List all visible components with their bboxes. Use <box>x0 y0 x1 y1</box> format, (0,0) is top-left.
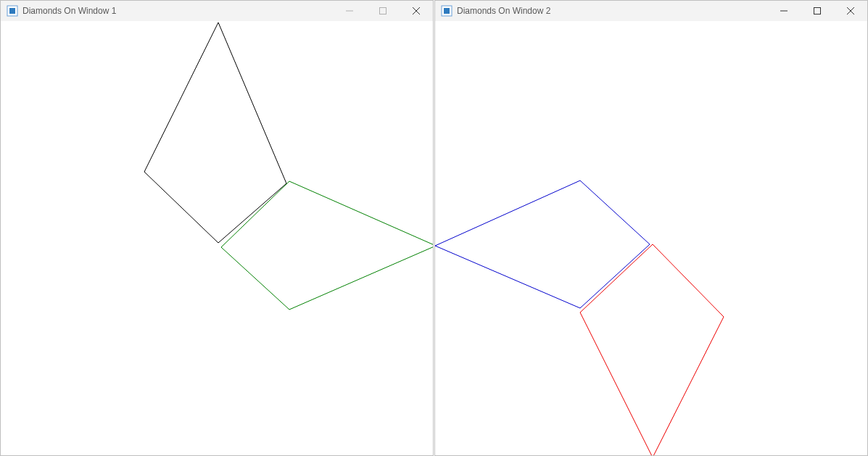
kite-green <box>221 181 433 310</box>
app-icon <box>441 5 452 17</box>
drawing-2 <box>435 21 867 455</box>
svg-rect-9 <box>814 8 821 14</box>
minimize-button-2[interactable] <box>767 1 801 21</box>
kite-red <box>580 244 724 455</box>
close-button-2[interactable] <box>834 1 867 21</box>
window-title-1: Diamonds On Window 1 <box>22 6 116 16</box>
titlebar-1[interactable]: Diamonds On Window 1 <box>1 1 433 21</box>
svg-rect-3 <box>380 8 387 14</box>
window-1: Diamonds On Window 1 <box>0 0 434 456</box>
app-icon <box>7 5 18 17</box>
kite-black <box>144 22 286 243</box>
svg-rect-1 <box>9 8 15 14</box>
svg-rect-7 <box>444 8 450 14</box>
drawing-1 <box>1 21 433 455</box>
kite-blue <box>435 181 650 308</box>
titlebar-2[interactable]: Diamonds On Window 2 <box>435 1 867 21</box>
minimize-button-1 <box>333 1 366 21</box>
window-title-2: Diamonds On Window 2 <box>457 6 550 16</box>
canvas-2 <box>435 21 867 455</box>
maximize-button-2[interactable] <box>801 1 834 21</box>
close-button-1[interactable] <box>400 1 433 21</box>
canvas-1 <box>1 21 433 455</box>
window-2: Diamonds On Window 2 <box>434 0 868 456</box>
maximize-button-1 <box>366 1 400 21</box>
